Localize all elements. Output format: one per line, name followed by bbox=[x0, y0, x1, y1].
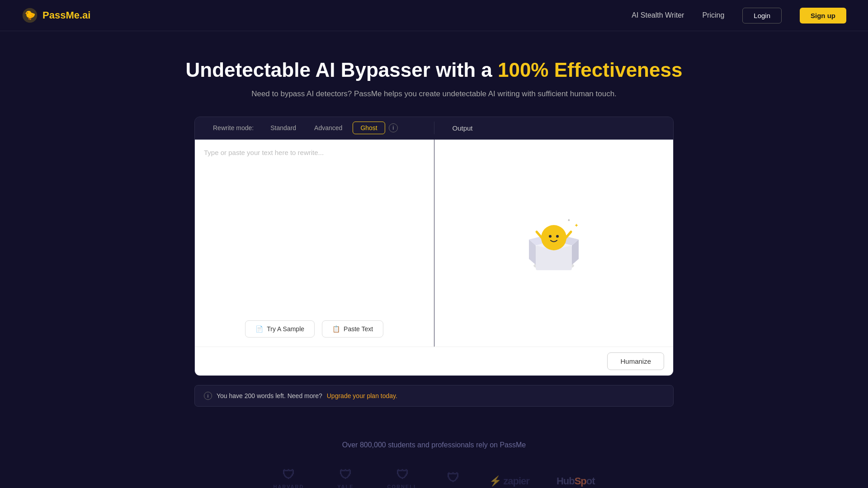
main-nav: AI Stealth Writer Pricing Login Sign up bbox=[632, 8, 846, 23]
upgrade-link[interactable]: Upgrade your plan today. bbox=[327, 392, 397, 399]
hubspot-logo: HubSpot bbox=[557, 475, 595, 487]
mascot-area: ✦ ✦ bbox=[518, 207, 590, 279]
harvard-logo: 🛡 HARVARD UNIVERSITY bbox=[273, 467, 304, 488]
penn-logo: 🛡 PENN bbox=[445, 470, 462, 488]
cornell-logo: 🛡 CORNELL UNIVERSITY bbox=[387, 467, 417, 488]
mode-tabs: Standard Advanced Ghost bbox=[263, 122, 385, 134]
sample-icon: 📄 bbox=[255, 325, 263, 333]
tool-container: Rewrite mode: Standard Advanced Ghost i … bbox=[194, 117, 674, 376]
humanize-button[interactable]: Humanize bbox=[607, 352, 664, 370]
info-icon[interactable]: i bbox=[389, 123, 398, 132]
rewrite-mode-label: Rewrite mode: bbox=[213, 124, 254, 131]
yale-shield-icon: 🛡 bbox=[339, 467, 352, 482]
logo-text: PassMe.ai bbox=[42, 9, 90, 21]
logos-row: 🛡 HARVARD UNIVERSITY 🛡 YALE UNIVERSITY 🛡… bbox=[9, 467, 859, 488]
svg-point-10 bbox=[549, 235, 552, 238]
tool-wrapper: Rewrite mode: Standard Advanced Ghost i … bbox=[194, 117, 674, 407]
right-header: Output bbox=[434, 122, 665, 134]
word-count-info-icon: i bbox=[204, 392, 212, 400]
yale-logo: 🛡 YALE UNIVERSITY bbox=[331, 467, 360, 488]
svg-point-9 bbox=[541, 225, 566, 250]
svg-text:✦: ✦ bbox=[574, 222, 579, 229]
paste-text-button[interactable]: 📋 Paste Text bbox=[322, 320, 383, 338]
svg-text:🐤: 🐤 bbox=[24, 9, 36, 20]
tool-header: Rewrite mode: Standard Advanced Ghost i … bbox=[195, 117, 673, 140]
social-proof-tagline: Over 800,000 students and professionals … bbox=[9, 441, 859, 449]
nav-ai-stealth-writer[interactable]: AI Stealth Writer bbox=[632, 11, 684, 19]
penn-shield-icon: 🛡 bbox=[447, 470, 460, 485]
nav-pricing[interactable]: Pricing bbox=[702, 11, 724, 19]
text-input[interactable] bbox=[195, 140, 434, 311]
zapier-logo: ⚡ zapier bbox=[489, 475, 529, 487]
word-count-text: You have 200 words left. Need more? bbox=[217, 392, 322, 399]
tab-advanced[interactable]: Advanced bbox=[307, 122, 350, 134]
hero-title: Undetectable AI Bypasser with a 100% Eff… bbox=[9, 58, 859, 82]
tool-body: 📄 Try A Sample 📋 Paste Text bbox=[195, 140, 673, 347]
word-count-bar: i You have 200 words left. Need more? Up… bbox=[194, 385, 674, 407]
social-proof-section: Over 800,000 students and professionals … bbox=[0, 414, 868, 488]
login-button[interactable]: Login bbox=[742, 8, 782, 23]
output-panel: ✦ ✦ bbox=[434, 140, 674, 347]
logo: 🐤 PassMe.ai bbox=[22, 7, 90, 23]
mascot-icon: ✦ ✦ bbox=[518, 207, 590, 279]
signup-button[interactable]: Sign up bbox=[800, 8, 846, 23]
header-panels: Rewrite mode: Standard Advanced Ghost i … bbox=[204, 122, 664, 134]
hero-section: Undetectable AI Bypasser with a 100% Eff… bbox=[0, 31, 868, 117]
input-actions: 📄 Try A Sample 📋 Paste Text bbox=[195, 311, 434, 347]
tab-standard[interactable]: Standard bbox=[263, 122, 304, 134]
tool-footer: Humanize bbox=[195, 347, 673, 375]
try-sample-button[interactable]: 📄 Try A Sample bbox=[245, 320, 315, 338]
harvard-shield-icon: 🛡 bbox=[282, 467, 295, 482]
tab-ghost[interactable]: Ghost bbox=[353, 122, 385, 134]
left-header: Rewrite mode: Standard Advanced Ghost i bbox=[204, 122, 434, 134]
svg-point-11 bbox=[556, 235, 559, 238]
svg-text:✦: ✦ bbox=[567, 218, 571, 222]
logo-icon: 🐤 bbox=[22, 7, 38, 23]
hero-subtitle: Need to bypass AI detectors? PassMe help… bbox=[9, 89, 859, 99]
output-label: Output bbox=[443, 124, 473, 132]
paste-icon: 📋 bbox=[332, 325, 340, 333]
cornell-shield-icon: 🛡 bbox=[396, 467, 409, 482]
input-panel: 📄 Try A Sample 📋 Paste Text bbox=[195, 140, 434, 347]
site-header: 🐤 PassMe.ai AI Stealth Writer Pricing Lo… bbox=[0, 0, 868, 31]
